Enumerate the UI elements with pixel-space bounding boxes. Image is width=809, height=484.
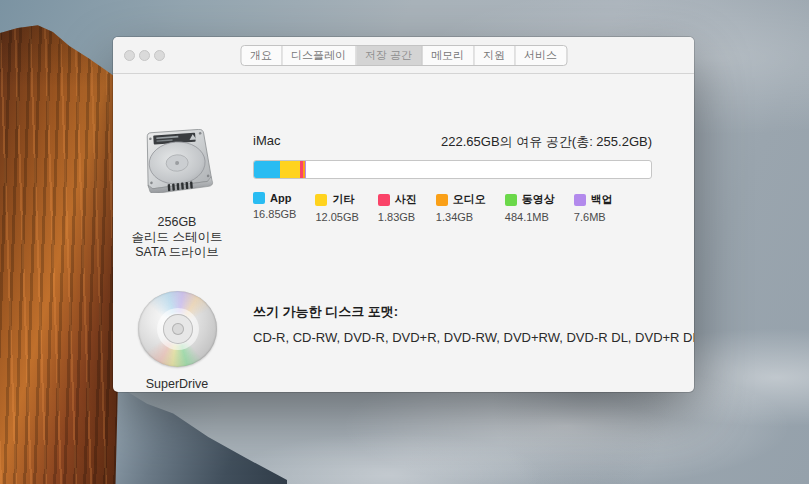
legend-label: 기타 [332,192,354,207]
tab-service[interactable]: 서비스 [515,46,566,65]
legend-label: 오디오 [453,192,486,207]
tab-bar: 개요 디스플레이 저장 공간 메모리 지원 서비스 [240,45,567,66]
legend-item-5: 백업7.6MB [574,192,613,223]
legend-item-1: 기타12.05GB [315,192,358,223]
about-this-mac-window: 개요 디스플레이 저장 공간 메모리 지원 서비스 [113,37,694,392]
bar-segment-0 [254,161,280,178]
storage-usage-bar [253,160,652,179]
disc-hole [172,323,184,335]
legend-swatch [505,194,517,206]
internal-drive-label: 256GB 솔리드 스테이트 SATA 드라이브 [118,215,236,260]
drive-type: 솔리드 스테이트 [118,230,236,245]
legend-value: 484.1MB [505,211,555,223]
window-titlebar[interactable]: 개요 디스플레이 저장 공간 메모리 지원 서비스 [113,37,694,74]
legend-value: 7.6MB [574,211,613,223]
close-button[interactable] [124,50,135,61]
superdrive-disc-icon [138,291,217,367]
wallpaper-mountain [112,386,287,484]
legend-swatch [574,194,586,206]
bar-segment-1 [280,161,299,178]
hard-drive-icon [139,129,215,193]
desktop-wallpaper: 개요 디스플레이 저장 공간 메모리 지원 서비스 [0,0,809,484]
legend-item-0: App16.85GB [253,192,296,223]
device-name: iMac [253,133,280,151]
legend-value: 12.05GB [315,211,358,223]
legend-label: 사진 [395,192,417,207]
legend-swatch [315,194,327,206]
traffic-lights [124,50,165,61]
legend-value: 1.83GB [378,211,417,223]
legend-swatch [436,194,448,206]
writable-formats-title: 쓰기 가능한 디스크 포맷: [253,303,398,321]
legend-swatch [378,194,390,206]
legend-value: 16.85GB [253,208,296,220]
minimize-button[interactable] [139,50,150,61]
wallpaper-cliff [0,0,126,484]
drive-interface: SATA 드라이브 [118,245,236,260]
legend-label: 백업 [591,192,613,207]
writable-formats-list: CD-R, CD-RW, DVD-R, DVD+R, DVD-RW, DVD+R… [253,330,694,345]
legend-item-4: 동영상484.1MB [505,192,555,223]
tab-support[interactable]: 지원 [474,46,515,65]
free-space-summary: 222.65GB의 여유 공간(총: 255.2GB) [441,133,652,151]
zoom-button[interactable] [154,50,165,61]
storage-legend: App16.85GB기타12.05GB사진1.83GB오디오1.34GB동영상4… [253,192,613,223]
tab-memory[interactable]: 메모리 [422,46,474,65]
tab-storage[interactable]: 저장 공간 [356,46,422,65]
legend-value: 1.34GB [436,211,486,223]
storage-panel: 256GB 솔리드 스테이트 SATA 드라이브 SuperDrive iMac… [113,74,694,392]
tab-displays[interactable]: 디스플레이 [282,46,356,65]
legend-item-2: 사진1.83GB [378,192,417,223]
legend-swatch [253,192,265,204]
superdrive-label: SuperDrive [118,377,236,391]
tab-overview[interactable]: 개요 [241,46,282,65]
storage-title-row: iMac 222.65GB의 여유 공간(총: 255.2GB) [253,133,652,151]
drive-size: 256GB [118,215,236,230]
legend-label: App [270,192,291,204]
legend-label: 동영상 [522,192,555,207]
legend-item-3: 오디오1.34GB [436,192,486,223]
